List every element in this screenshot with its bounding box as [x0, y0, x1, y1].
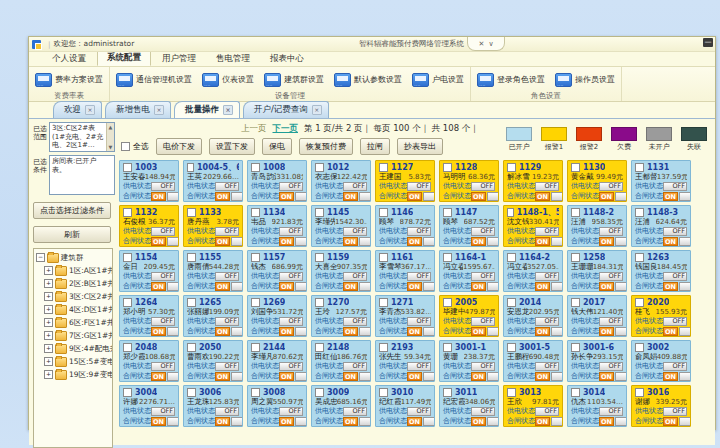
meter-card[interactable]: 3008周之翼550.97元供电状态OFF合闸状态ON	[247, 385, 307, 427]
chevron-down-icon[interactable]: ∨	[488, 40, 493, 48]
expand-icon[interactable]: +	[44, 331, 53, 340]
scrollbar[interactable]: ▲▼	[106, 123, 114, 151]
meter-card[interactable]: 1258王珊珊184.31元供电状态OFF合闸状态ON	[567, 250, 627, 292]
meter-card[interactable]: 1131王都督137.59元供电状态OFF合闸状态ON	[631, 160, 691, 202]
next-page-link[interactable]: 下一页	[273, 123, 299, 135]
meter-card[interactable]: 1132石俊根36.37元供电状态OFF合闸状态ON	[119, 205, 179, 247]
expand-icon[interactable]: +	[44, 266, 53, 275]
tree-root[interactable]: −建筑群	[36, 251, 112, 264]
meter-card[interactable]: 3009吴成忠685.16元供电状态OFF合闸状态ON	[311, 385, 371, 427]
customize-icon[interactable]: ✕	[479, 40, 485, 48]
refresh-button[interactable]: 刷新	[33, 226, 111, 243]
collapse-icon[interactable]: −	[36, 253, 45, 262]
prev-page-link[interactable]: 上一页	[241, 123, 267, 135]
toolbar-button-恢复预付费[interactable]: 恢复预付费	[299, 138, 353, 155]
close-icon[interactable]: ×	[223, 105, 233, 115]
meter-card[interactable]: 1271李青杰533.82…供电状态OFF合闸状态ON	[375, 295, 435, 337]
meter-card[interactable]: 1155唐雨倩544.28元供电状态OFF合闸状态ON	[183, 250, 243, 292]
ribbon-item-户电设置[interactable]: 户电设置	[412, 73, 464, 87]
meter-card[interactable]: 2148田红仙186.76元供电状态OFF合闸状态ON	[311, 340, 371, 382]
meter-card[interactable]: 1159大喜全907.35元供电状态OFF合闸状态ON	[311, 250, 371, 292]
meter-card[interactable]: 2005毕建中479.87元供电状态OFF合闸状态ON	[439, 295, 499, 337]
scroll-down-icon[interactable]: ▼	[109, 143, 113, 152]
expand-icon[interactable]: +	[44, 370, 53, 379]
toolbar-button-保电[interactable]: 保电	[262, 138, 292, 155]
meter-card[interactable]: 1147顾琴687.52元供电状态OFF合闸状态ON	[439, 205, 499, 247]
meter-card[interactable]: 3001-5王鹏程690.48元供电状态OFF合闸状态ON	[503, 340, 563, 382]
meter-card[interactable]: 1263钱国良184.45元供电状态OFF合闸状态ON	[631, 250, 691, 292]
expand-icon[interactable]: +	[44, 292, 53, 301]
meter-card[interactable]: 2048郑少霞108.68元供电状态OFF合闸状态ON	[119, 340, 179, 382]
ribbon-item-费率方案设置[interactable]: 费率方案设置	[35, 73, 103, 87]
meter-card[interactable]: 1161李雪琴367.17…供电状态OFF合闸状态ON	[375, 250, 435, 292]
meter-card[interactable]: 1127王建国5.83元供电状态OFF合闸状态ON	[375, 160, 435, 202]
expand-icon[interactable]: +	[44, 279, 53, 288]
meter-card[interactable]: 3004许娜2276.71…供电状态OFF合闸状态ON	[119, 385, 179, 427]
meter-card[interactable]: 1148-1、5、22沈文钱330.41元供电状态OFF合闸状态ON	[503, 205, 563, 247]
expand-icon[interactable]: +	[44, 318, 53, 327]
meter-card[interactable]: 1129解冰雪19.23元供电状态OFF合闸状态ON	[503, 160, 563, 202]
meter-card[interactable]: 1004-5、6、7王英2029.66…供电状态OFF合闸状态ON	[183, 160, 243, 202]
meter-card[interactable]: 1008青岛韵达331.08元供电状态OFF合闸状态ON	[247, 160, 307, 202]
meter-card[interactable]: 3010纪红霞117.49元供电状态OFF合闸状态ON	[375, 385, 435, 427]
close-icon[interactable]: ×	[154, 105, 164, 115]
selected-range-box[interactable]: 3区:C区2#表(1#充电、2#充电、2区1#… ▲▼	[49, 122, 115, 152]
meter-card[interactable]: 1164-1冯立春1595.67…供电状态OFF合闸状态ON	[439, 250, 499, 292]
ribbon-collapse-control[interactable]: ✕ ∨	[467, 37, 505, 51]
close-icon[interactable]: ×	[85, 105, 95, 115]
meter-card[interactable]: 2050曹雨欢190.22元供电状态OFF合闸状态ON	[183, 340, 243, 382]
meter-card[interactable]: 3001-6孙长争293.15元供电状态OFF合闸状态ON	[567, 340, 627, 382]
meter-card[interactable]: 1154金日209.45元供电状态OFF合闸状态ON	[119, 250, 179, 292]
meter-card[interactable]: 1128马明明68.36元供电状态OFF合闸状态ON	[439, 160, 499, 202]
meter-card[interactable]: 1145李瑾先1542.30…供电状态OFF合闸状态ON	[311, 205, 371, 247]
close-icon[interactable]: ×	[312, 105, 322, 115]
selected-condition-box[interactable]: 房间表:已开户表。	[49, 155, 115, 195]
meter-card[interactable]: 3006王龙珠125.83元供电状态OFF合闸状态ON	[183, 385, 243, 427]
select-all-control[interactable]: 全选	[121, 141, 149, 152]
meter-card[interactable]: 1148-3汪浦624.64元供电状态OFF合闸状态ON	[631, 205, 691, 247]
tree-item[interactable]: +15区:5#变电站(3#变	[36, 355, 112, 368]
tree-item[interactable]: +1区:A区1#井	[36, 264, 112, 277]
doc-tab-欢迎[interactable]: 欢迎×	[53, 101, 102, 118]
ribbon-tab-报表中心[interactable]: 报表中心	[261, 51, 313, 66]
meter-card[interactable]: 1003王安春148.94元供电状态OFF合闸状态ON	[119, 160, 179, 202]
meter-card[interactable]: 3013王欣97.81元供电状态OFF合闸状态ON	[503, 385, 563, 427]
ribbon-tab-售电管理[interactable]: 售电管理	[207, 51, 259, 66]
tree-item[interactable]: +4区:D区1#井(D区1	[36, 303, 112, 316]
meter-card[interactable]: 3014仇杰1103.54…供电状态OFF合闸状态ON	[567, 385, 627, 427]
select-all-checkbox[interactable]	[121, 142, 130, 151]
ribbon-item-登录角色设置[interactable]: 登录角色设置	[477, 73, 545, 87]
tree-item[interactable]: +6区:F区1#井(F区1#	[36, 316, 112, 329]
meter-card[interactable]: 1264郑小明57.30元供电状态OFF合闸状态ON	[119, 295, 179, 337]
doc-tab-批量操作[interactable]: 批量操作×	[174, 101, 240, 118]
ribbon-tab-个人设置[interactable]: 个人设置	[43, 51, 95, 66]
doc-tab-开户/记费查询[interactable]: 开户/记费查询×	[243, 101, 329, 118]
expand-icon[interactable]: +	[44, 305, 53, 314]
doc-tab-新增售电[interactable]: 新增售电×	[105, 101, 171, 118]
choose-filter-button[interactable]: 点击选择过滤条件	[33, 202, 111, 219]
ribbon-item-仪表设置[interactable]: 仪表设置	[202, 73, 254, 87]
meter-card[interactable]: 1157钱杰686.99元供电状态OFF合闸状态ON	[247, 250, 307, 292]
expand-icon[interactable]: +	[44, 357, 53, 366]
tree-item[interactable]: +2区:B区1#井(B区1#	[36, 277, 112, 290]
ribbon-item-默认参数设置[interactable]: 默认参数设置	[334, 73, 402, 87]
tree-item[interactable]: +9区:4#配电井(4#配	[36, 342, 112, 355]
meter-card[interactable]: 1134韦品921.83元供电状态OFF合闸状态ON	[247, 205, 307, 247]
toolbar-button-拉闸[interactable]: 拉闸	[360, 138, 390, 155]
meter-card[interactable]: 1130黄金戴99.49元供电状态OFF合闸状态ON	[567, 160, 627, 202]
expand-icon[interactable]: +	[44, 344, 53, 353]
scroll-up-icon[interactable]: ▲	[109, 123, 113, 132]
toolbar-button-设置下发[interactable]: 设置下发	[209, 138, 255, 155]
meter-card[interactable]: 2144李瑾凡870.62元供电状态OFF合闸状态ON	[247, 340, 307, 382]
ribbon-item-通信管理机设置[interactable]: 通信管理机设置	[116, 73, 192, 87]
minimize-button[interactable]: —	[703, 38, 713, 47]
meter-card[interactable]: 1146顾琴878.72元供电状态OFF合闸状态ON	[375, 205, 435, 247]
meter-card[interactable]: 3002俞凤娟409.88元供电状态OFF合闸状态ON	[631, 340, 691, 382]
meter-card[interactable]: 3001-1黄珊238.37元供电状态OFF合闸状态ON	[439, 340, 499, 382]
tree-item[interactable]: +19区:9#变电站(2#楼	[36, 368, 112, 381]
meter-card[interactable]: 2020桂飞155.93元供电状态OFF合闸状态ON	[631, 295, 691, 337]
meter-card[interactable]: 3011纪宏霞348.06元供电状态OFF合闸状态ON	[439, 385, 499, 427]
ribbon-item-建筑群设置[interactable]: 建筑群设置	[264, 73, 324, 87]
ribbon-tab-用户管理[interactable]: 用户管理	[153, 51, 205, 66]
toolbar-button-电价下发[interactable]: 电价下发	[156, 138, 202, 155]
